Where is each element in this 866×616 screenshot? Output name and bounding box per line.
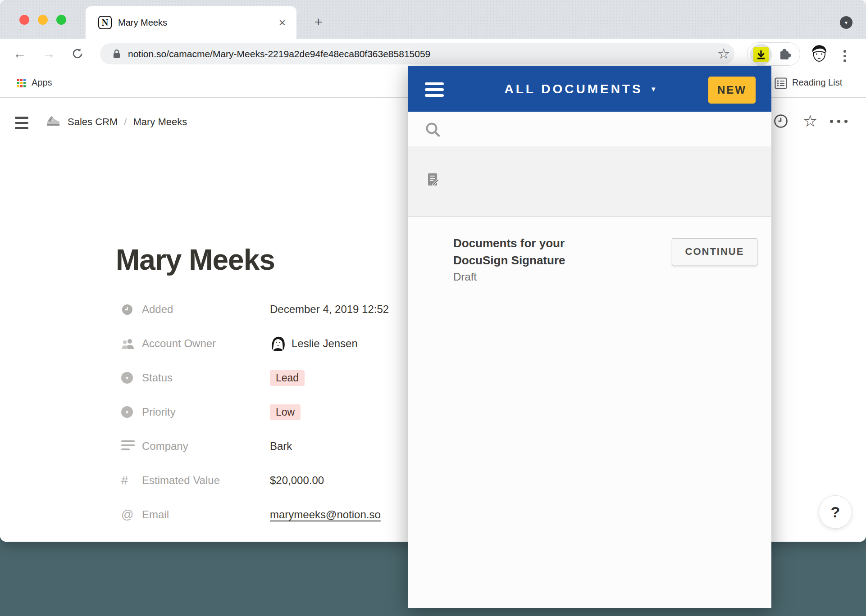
reload-icon[interactable] [68,39,87,68]
notion-logo-icon: N [98,16,112,29]
help-button[interactable]: ? [819,495,852,529]
favorite-star-icon[interactable]: ☆ [803,113,817,130]
property-value-number[interactable]: $20,000.00 [270,474,324,487]
property-row-added[interactable]: Added December 4, 2019 12:52 [116,299,431,319]
leslie-jensen-avatar [270,335,286,352]
select-icon: ▼ [121,406,142,418]
property-label: Priority [142,406,270,418]
reading-list-icon[interactable] [774,77,788,92]
docusign-header: ALL DOCUMENTS ▼ NEW [408,66,771,112]
docusign-popup: ALL DOCUMENTS ▼ NEW Documents for your D… [408,66,771,608]
chevron-down-icon: ▼ [650,85,657,93]
property-row-email[interactable]: @ Email marymeeks@notion.so [116,505,431,525]
apps-grid-icon[interactable] [17,79,26,88]
sneaker-page-icon [44,113,61,131]
zoom-window-button[interactable] [56,15,66,25]
url-text[interactable]: notion.so/camacme/Mary-Meeks-2219a2de94f… [128,49,430,59]
screenshot-root: N Mary Meeks × + ▼ ← → noti [0,0,866,616]
email-link[interactable]: marymeeks@notion.so [270,508,381,521]
profile-avatar[interactable] [808,42,830,67]
page-options-icon[interactable] [830,113,848,130]
clock-icon [121,303,142,316]
property-label: Company [142,440,270,453]
forward-icon: → [39,39,59,68]
continue-button[interactable]: CONTINUE [672,238,757,265]
search-icon[interactable] [425,122,441,140]
number-icon: # [121,475,142,487]
person-icon [121,338,142,349]
property-label: Email [142,508,270,521]
breadcrumb-page[interactable]: Mary Meeks [133,116,187,128]
new-document-button[interactable]: NEW [708,77,756,104]
property-label: Estimated Value [142,474,270,487]
browser-menu-icon[interactable] [843,48,846,64]
property-row-account-owner[interactable]: Account Owner Leslie Jensen [116,334,431,353]
reading-list-bookmark[interactable]: Reading List [792,68,842,97]
docusign-extension-icon[interactable] [753,47,769,62]
new-tab-button[interactable]: + [314,15,323,29]
lock-icon [112,48,122,60]
url-bar[interactable]: notion.so/camacme/Mary-Meeks-2219a2de94f… [100,43,734,64]
tab-title: Mary Meeks [118,18,279,28]
email-icon: @ [121,509,142,521]
property-value-person[interactable]: Leslie Jensen [270,335,358,352]
breadcrumb: Sales CRM / Mary Meeks [68,114,187,130]
document-status: Draft [453,271,477,283]
documents-filter-label: ALL DOCUMENTS [504,82,643,96]
property-label: Status [142,371,270,384]
updates-clock-icon[interactable] [773,113,789,130]
property-value-text[interactable]: Bark [270,440,292,453]
close-tab-icon[interactable]: × [279,17,286,28]
puzzle-extensions-icon[interactable] [777,47,792,63]
person-name: Leslie Jensen [292,337,358,350]
property-label: Account Owner [142,337,270,350]
document-with-pen-icon [427,172,440,190]
property-row-estimated-value[interactable]: # Estimated Value $20,000.00 [116,471,431,490]
property-label: Added [142,303,270,316]
minimize-window-button[interactable] [38,15,48,25]
reload-glyph [71,47,84,60]
documents-filter-dropdown[interactable]: ALL DOCUMENTS ▼ [408,66,753,112]
tab-strip: N Mary Meeks × + ▼ [0,0,866,39]
close-window-button[interactable] [19,15,29,25]
download-arrow-icon [756,49,766,60]
page-title: Mary Meeks [116,243,275,276]
status-tag[interactable]: Lead [270,370,305,386]
notion-sidebar-menu-icon[interactable] [15,117,28,132]
document-list-item[interactable]: Documents for your DocuSign Signature Dr… [408,146,771,217]
breadcrumb-workspace[interactable]: Sales CRM [68,116,118,128]
select-icon: ▼ [121,372,142,384]
text-icon [121,440,142,453]
extensions-pill [747,42,800,66]
browser-toolbar: ← → notion.so/camacme/Mary-Meeks-2219a2d… [0,39,866,68]
priority-tag[interactable]: Low [270,404,301,420]
property-row-status[interactable]: ▼ Status Lead [116,368,431,388]
property-value-date[interactable]: December 4, 2019 12:52 [270,303,389,316]
property-row-priority[interactable]: ▼ Priority Low [116,402,431,422]
bookmark-star-icon[interactable]: ☆ [714,39,734,68]
tab-search-button[interactable]: ▼ [840,16,852,29]
apps-bookmark[interactable]: Apps [32,68,52,97]
breadcrumb-separator: / [124,116,127,128]
browser-tab[interactable]: N Mary Meeks × [86,6,296,39]
property-row-company[interactable]: Company Bark [116,436,431,456]
document-title[interactable]: Documents for your DocuSign Signature [453,235,620,269]
back-icon[interactable]: ← [10,39,30,68]
